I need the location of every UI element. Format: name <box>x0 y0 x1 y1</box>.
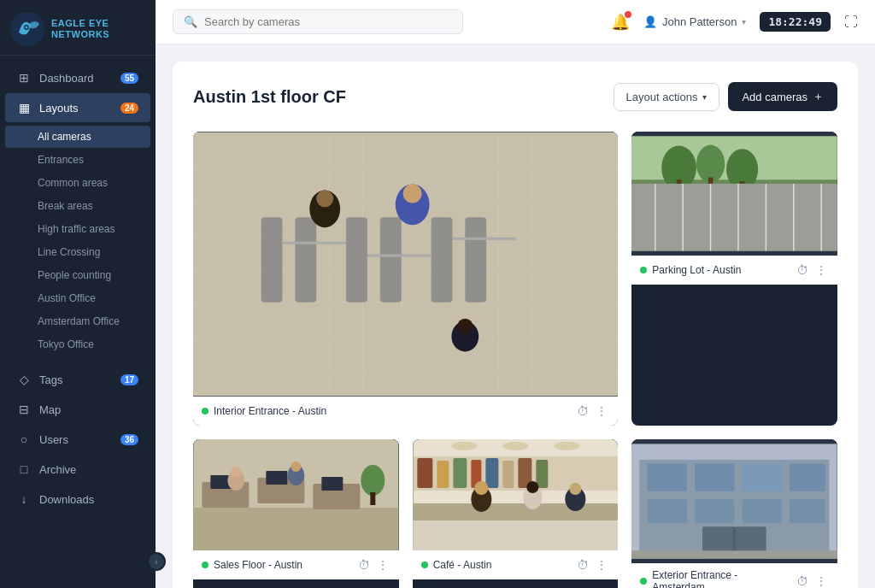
subnav-amsterdam-office[interactable]: Amsterdam Office <box>5 310 150 332</box>
camera-label-bar: Interior Entrance - Austin ⏱ ⋮ <box>193 397 618 426</box>
subnav-line-crossing[interactable]: Line Crossing <box>5 241 150 263</box>
fullscreen-button[interactable]: ⛶ <box>844 15 858 30</box>
subnav-common-areas[interactable]: Common areas <box>5 172 150 194</box>
svg-rect-72 <box>437 461 449 488</box>
camera-card-interior-entrance[interactable]: Interior Entrance - Austin ⏱ ⋮ <box>193 132 618 426</box>
notifications-button[interactable]: 🔔 <box>611 13 630 32</box>
sidebar-navigation: ⊞ Dashboard 55 ▦ Layouts 24 All cameras … <box>0 56 156 588</box>
sidebar: EAGLE EYE NETWORKS ⊞ Dashboard 55 ▦ Layo… <box>0 0 156 588</box>
sidebar-item-label: Dashboard <box>39 72 94 85</box>
sidebar-item-label: Layouts <box>39 102 79 115</box>
subnav-austin-office[interactable]: Austin Office <box>5 287 150 309</box>
camera-info-icon[interactable]: ⏱ <box>795 262 810 279</box>
camera-feed-cafe <box>413 439 619 550</box>
subnav-break-areas[interactable]: Break areas <box>5 195 150 217</box>
sidebar-collapse-button[interactable]: ‹ <box>147 552 166 571</box>
layout-actions-button[interactable]: Layout actions ▾ <box>614 83 720 111</box>
camera-card-cafe[interactable]: Café - Austin ⏱ ⋮ <box>413 439 619 588</box>
content-card: Austin 1st floor CF Layout actions ▾ Add… <box>173 62 858 588</box>
logo-text: EAGLE EYE NETWORKS <box>51 18 109 40</box>
sidebar-item-downloads[interactable]: ↓ Downloads <box>5 485 150 514</box>
camera-info-icon[interactable]: ⏱ <box>356 556 372 573</box>
camera-feed-visual <box>193 132 618 397</box>
layout-actions-label: Layout actions <box>626 91 698 103</box>
svg-point-21 <box>457 319 473 334</box>
subnav-all-cameras[interactable]: All cameras <box>5 126 150 148</box>
search-box[interactable]: 🔍 <box>173 9 463 34</box>
svg-point-83 <box>526 481 538 493</box>
sidebar-item-dashboard[interactable]: ⊞ Dashboard 55 <box>5 63 150 92</box>
camera-more-icon[interactable]: ⋮ <box>813 573 829 588</box>
sidebar-item-layouts[interactable]: ▦ Layouts 24 <box>5 93 150 122</box>
sidebar-item-label: Users <box>39 433 68 446</box>
time-display: 18:22:49 <box>760 12 831 32</box>
dashboard-badge: 55 <box>120 73 138 84</box>
add-cameras-button[interactable]: Add cameras ＋ <box>728 82 837 111</box>
notification-dot <box>625 11 631 18</box>
sidebar-item-users[interactable]: ○ Users 36 <box>5 425 150 454</box>
status-dot-online <box>640 578 647 585</box>
svg-point-2 <box>26 26 28 29</box>
content-header: Austin 1st floor CF Layout actions ▾ Add… <box>193 82 837 111</box>
user-name: John Patterson <box>662 15 737 28</box>
sidebar-item-label: Downloads <box>39 493 94 506</box>
camera-card-parking-lot[interactable]: Parking Lot - Austin ⏱ ⋮ <box>631 132 837 426</box>
camera-feed-interior-entrance <box>193 132 618 397</box>
sidebar-item-label: Archive <box>39 463 76 476</box>
layouts-icon: ▦ <box>17 101 31 115</box>
camera-more-icon[interactable]: ⋮ <box>594 403 609 420</box>
subnav-people-counting[interactable]: People counting <box>5 264 150 286</box>
camera-label: Café - Austin <box>433 559 571 571</box>
camera-info-icon[interactable]: ⏱ <box>575 556 590 573</box>
svg-rect-45 <box>695 499 734 523</box>
main-content: Austin 1st floor CF Layout actions ▾ Add… <box>156 44 875 588</box>
camera-info-icon[interactable]: ⏱ <box>795 573 810 588</box>
svg-rect-58 <box>266 471 287 485</box>
status-dot-online <box>202 408 208 415</box>
header-actions: Layout actions ▾ Add cameras ＋ <box>614 82 837 111</box>
svg-rect-79 <box>413 503 618 520</box>
camera-card-exterior-entrance[interactable]: Exterior Entrance - Amsterdam ⏱ ⋮ <box>631 439 837 588</box>
camera-feed-parking <box>631 132 837 256</box>
subnav-high-traffic[interactable]: High traffic areas <box>5 218 150 240</box>
camera-label: Parking Lot - Austin <box>652 264 790 276</box>
svg-point-81 <box>474 481 488 495</box>
svg-point-65 <box>291 462 301 472</box>
camera-more-icon[interactable]: ⋮ <box>813 262 829 279</box>
camera-actions: ⏱ ⋮ <box>356 556 391 573</box>
subnav-label: Entrances <box>38 154 84 166</box>
camera-info-icon[interactable]: ⏱ <box>575 403 590 420</box>
subnav-tokyo-office[interactable]: Tokyo Office <box>5 333 150 356</box>
camera-feed-parking-visual <box>631 132 837 256</box>
sidebar-item-tags[interactable]: ◇ Tags 17 <box>5 365 150 394</box>
camera-more-icon[interactable]: ⋮ <box>375 556 391 573</box>
svg-point-25 <box>696 145 725 183</box>
svg-rect-53 <box>193 508 398 550</box>
chevron-down-icon: ▾ <box>742 17 746 26</box>
camera-more-icon[interactable]: ⋮ <box>594 556 609 573</box>
users-icon: ○ <box>17 432 31 446</box>
logo-area: EAGLE EYE NETWORKS <box>0 0 156 56</box>
svg-point-63 <box>231 467 241 477</box>
sidebar-item-map[interactable]: ⊟ Map <box>5 395 150 424</box>
camera-card-sales-floor[interactable]: Sales Floor - Austin ⏱ ⋮ <box>193 439 399 588</box>
search-input[interactable] <box>204 15 452 28</box>
subnav-entrances[interactable]: Entrances <box>5 149 150 171</box>
svg-point-19 <box>403 185 422 203</box>
svg-rect-44 <box>648 499 687 523</box>
camera-label-bar: Café - Austin ⏱ ⋮ <box>413 550 619 579</box>
camera-actions: ⏱ ⋮ <box>575 556 609 573</box>
dashboard-icon: ⊞ <box>17 71 31 85</box>
layouts-subnav: All cameras Entrances Common areas Break… <box>0 123 156 358</box>
svg-point-85 <box>569 483 581 495</box>
plus-icon: ＋ <box>813 89 824 104</box>
svg-point-60 <box>361 465 385 496</box>
svg-rect-42 <box>743 464 782 491</box>
users-badge: 36 <box>120 434 138 445</box>
svg-rect-4 <box>193 132 618 396</box>
user-menu[interactable]: 👤 John Patterson ▾ <box>643 15 746 28</box>
svg-rect-71 <box>417 458 432 488</box>
camera-label: Interior Entrance - Austin <box>214 405 570 417</box>
svg-rect-86 <box>413 520 618 550</box>
sidebar-item-archive[interactable]: □ Archive <box>5 455 150 484</box>
